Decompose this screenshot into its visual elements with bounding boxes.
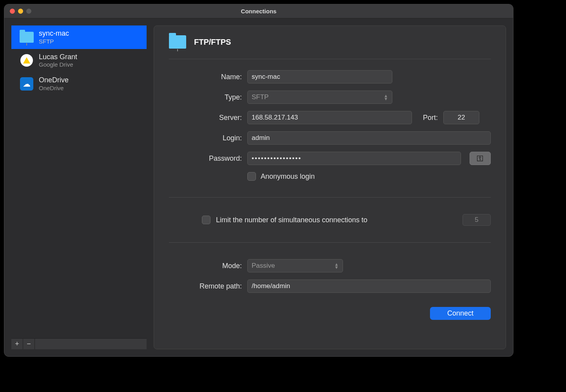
- connection-list: sync-mac SFTP Lucas Grant Google Drive: [11, 25, 147, 338]
- sidebar-item-subtitle: Google Drive: [39, 61, 77, 68]
- divider: [169, 242, 491, 243]
- anonymous-check-row: Anonymous login: [247, 172, 315, 181]
- divider: [169, 59, 491, 59]
- row-server: Server: Port:: [169, 111, 491, 124]
- row-remote-path: Remote path:: [169, 279, 491, 293]
- sidebar-item-text: sync-mac SFTP: [39, 29, 69, 45]
- window-title: Connections: [4, 8, 513, 15]
- label-anonymous: Anonymous login: [261, 172, 315, 181]
- row-password: Password: ⚿: [169, 152, 491, 165]
- mode-select-value: Passive: [252, 262, 275, 270]
- onedrive-icon: ☁: [19, 76, 34, 91]
- server-field[interactable]: [247, 111, 412, 124]
- sidebar-item-lucas-grant[interactable]: Lucas Grant Google Drive: [11, 49, 147, 73]
- anonymous-checkbox[interactable]: [247, 172, 256, 181]
- sidebar-item-name: Lucas Grant: [39, 53, 77, 62]
- mode-select[interactable]: Passive ▲▼: [247, 259, 343, 272]
- label-mode: Mode:: [169, 262, 242, 270]
- sidebar-item-onedrive[interactable]: ☁ OneDrive OneDrive: [11, 72, 147, 96]
- label-port: Port:: [423, 114, 438, 122]
- sidebar-item-sync-mac[interactable]: sync-mac SFTP: [11, 25, 147, 49]
- form: Name: Type: SFTP ▲▼ Server: Port:: [169, 70, 491, 320]
- type-select-value: SFTP: [252, 93, 268, 101]
- panel-header: FTP/FTPS: [169, 35, 491, 56]
- select-arrows-icon: ▲▼: [334, 263, 339, 269]
- sidebar-item-subtitle: OneDrive: [39, 85, 69, 92]
- label-server: Server:: [169, 114, 242, 122]
- row-type: Type: SFTP ▲▼: [169, 91, 491, 104]
- sidebar-item-text: OneDrive OneDrive: [39, 76, 69, 92]
- sidebar-item-subtitle: SFTP: [39, 38, 69, 45]
- label-name: Name:: [169, 73, 242, 81]
- row-mode: Mode: Passive ▲▼: [169, 259, 491, 272]
- password-field[interactable]: [247, 152, 461, 165]
- sidebar-item-text: Lucas Grant Google Drive: [39, 53, 77, 69]
- row-anonymous: Anonymous login: [169, 172, 491, 181]
- sidebar-item-name: OneDrive: [39, 76, 69, 85]
- row-connect: Connect: [169, 307, 491, 320]
- row-login: Login:: [169, 131, 491, 145]
- row-name: Name:: [169, 70, 491, 83]
- limit-field[interactable]: [463, 214, 491, 226]
- folder-network-icon: [19, 30, 34, 45]
- panel-title: FTP/FTPS: [194, 38, 231, 47]
- remove-connection-button[interactable]: −: [23, 339, 35, 349]
- divider: [169, 197, 491, 198]
- detail-panel: FTP/FTPS Name: Type: SFTP ▲▼ Server:: [154, 25, 506, 349]
- type-select[interactable]: SFTP ▲▼: [247, 91, 392, 104]
- name-field[interactable]: [247, 70, 392, 83]
- add-connection-button[interactable]: +: [11, 339, 23, 349]
- row-limit: Limit the number of simultaneous connect…: [169, 214, 491, 226]
- gdrive-icon: [19, 53, 34, 68]
- sidebar: sync-mac SFTP Lucas Grant Google Drive: [11, 25, 147, 349]
- label-type: Type:: [169, 93, 242, 102]
- remote-path-field[interactable]: [247, 279, 491, 293]
- sidebar-footer: + −: [11, 338, 147, 349]
- label-login: Login:: [169, 134, 242, 142]
- folder-network-icon: [169, 35, 186, 49]
- connect-button[interactable]: Connect: [430, 307, 491, 320]
- sidebar-item-name: sync-mac: [39, 29, 69, 38]
- port-field[interactable]: [443, 111, 479, 124]
- window-body: sync-mac SFTP Lucas Grant Google Drive: [4, 18, 513, 356]
- select-arrows-icon: ▲▼: [384, 94, 388, 100]
- label-limit: Limit the number of simultaneous connect…: [216, 216, 367, 224]
- login-field[interactable]: [247, 131, 491, 145]
- key-button[interactable]: ⚿: [470, 152, 491, 165]
- limit-checkbox[interactable]: [202, 216, 210, 224]
- titlebar: Connections: [4, 4, 513, 18]
- key-icon: ⚿: [477, 154, 484, 163]
- label-password: Password:: [169, 154, 242, 163]
- connections-window: Connections sync-mac SFTP: [4, 4, 513, 357]
- label-remote-path: Remote path:: [169, 282, 242, 290]
